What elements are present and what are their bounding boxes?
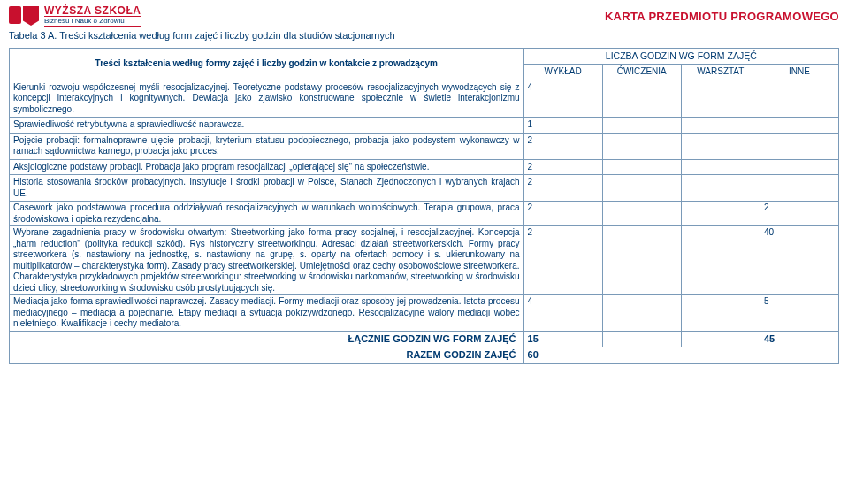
table-row: Historia stosowania środków probacyjnych… (10, 175, 839, 202)
cwiczenia-cell (602, 175, 681, 202)
wyklad-cell: 2 (523, 133, 602, 159)
logo-line-2: Biznesu i Nauk o Zdrowiu (44, 16, 141, 27)
warsztat-cell (681, 175, 760, 202)
topic-cell: Wybrane zagadnienia pracy w środowisku o… (10, 226, 524, 295)
inne-cell (760, 80, 838, 118)
warsztat-cell (681, 159, 760, 175)
table-row: Aksjologiczne podstawy probacji. Probacj… (10, 159, 839, 175)
wyklad-cell: 2 (523, 226, 602, 295)
warsztat-cell (681, 118, 760, 134)
wyklad-cell: 2 (523, 175, 602, 202)
col-header-warsztat: WARSZTAT (681, 65, 760, 80)
inne-cell: 2 (760, 202, 838, 226)
table-row: Sprawiedliwość retrybutywna a sprawiedli… (10, 118, 839, 134)
logo-line-1: WYŻSZA SZKOŁA (44, 5, 141, 16)
table-row: Mediacja jako forma sprawiedliwości napr… (10, 295, 839, 332)
sum-warsztat (681, 331, 760, 347)
curriculum-table: Treści kształcenia według formy zajęć i … (9, 48, 839, 364)
warsztat-cell (681, 80, 760, 118)
topic-cell: Historia stosowania środków probacyjnych… (10, 175, 524, 202)
col-header-inne: INNE (760, 65, 838, 80)
cwiczenia-cell (602, 118, 681, 134)
cwiczenia-cell (602, 133, 681, 159)
warsztat-cell (681, 226, 760, 295)
cwiczenia-cell (602, 80, 681, 118)
inne-cell (760, 159, 838, 175)
col-header-wyklad: WYKŁAD (523, 65, 602, 80)
warsztat-cell (681, 133, 760, 159)
topic-cell: Sprawiedliwość retrybutywna a sprawiedli… (10, 118, 524, 134)
inne-cell (760, 133, 838, 159)
col-header-cwiczenia: ĆWICZENIA (602, 65, 681, 80)
sum-cwiczenia (602, 331, 681, 347)
logo-badge-icon (9, 6, 39, 26)
inne-cell: 40 (760, 226, 838, 295)
sum-form-label: ŁĄCZNIE GODZIN WG FORM ZAJĘĆ (10, 331, 524, 347)
topic-cell: Kierunki rozwoju współczesnej myśli reso… (10, 80, 524, 118)
topic-cell: Aksjologiczne podstawy probacji. Probacj… (10, 159, 524, 175)
table-row: Pojęcie probacji: formalnoprawne ujęcie … (10, 133, 839, 159)
col-header-group: LICZBA GODZIN WG FORM ZAJĘĆ (523, 49, 838, 65)
cwiczenia-cell (602, 295, 681, 332)
page-title: KARTA PRZEDMIOTU PROGRAMOWEGO (605, 10, 839, 23)
table-row: Kierunki rozwoju współczesnej myśli reso… (10, 80, 839, 118)
topic-cell: Mediacja jako forma sprawiedliwości napr… (10, 295, 524, 332)
wyklad-cell: 2 (523, 159, 602, 175)
wyklad-cell: 4 (523, 80, 602, 118)
sum-inne: 45 (760, 331, 838, 347)
warsztat-cell (681, 295, 760, 332)
inne-cell (760, 118, 838, 134)
sum-form-row: ŁĄCZNIE GODZIN WG FORM ZAJĘĆ 15 45 (10, 331, 839, 347)
header-row: WYŻSZA SZKOŁA Biznesu i Nauk o Zdrowiu K… (9, 5, 839, 27)
sum-wyklad: 15 (523, 331, 602, 347)
table-caption: Tabela 3 A. Treści kształcenia według fo… (9, 30, 839, 41)
inne-cell (760, 175, 838, 202)
logo: WYŻSZA SZKOŁA Biznesu i Nauk o Zdrowiu (9, 5, 141, 27)
sum-total-value: 60 (523, 347, 838, 364)
cwiczenia-cell (602, 202, 681, 226)
table-row: Wybrane zagadnienia pracy w środowisku o… (10, 226, 839, 295)
table-row: Casework jako podstawowa procedura oddzi… (10, 202, 839, 226)
wyklad-cell: 2 (523, 202, 602, 226)
sum-total-row: RAZEM GODZIN ZAJĘĆ 60 (10, 347, 839, 364)
inne-cell: 5 (760, 295, 838, 332)
cwiczenia-cell (602, 226, 681, 295)
topic-cell: Casework jako podstawowa procedura oddzi… (10, 202, 524, 226)
wyklad-cell: 4 (523, 295, 602, 332)
cwiczenia-cell (602, 159, 681, 175)
topic-cell: Pojęcie probacji: formalnoprawne ujęcie … (10, 133, 524, 159)
col-header-topic: Treści kształcenia według formy zajęć i … (10, 49, 524, 80)
wyklad-cell: 1 (523, 118, 602, 134)
sum-total-label: RAZEM GODZIN ZAJĘĆ (10, 347, 524, 364)
warsztat-cell (681, 202, 760, 226)
